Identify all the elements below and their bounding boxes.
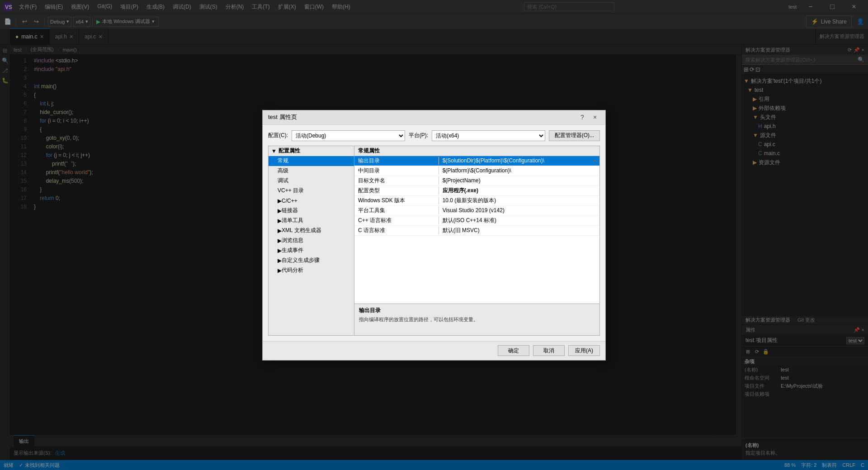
prop-row-int-dir[interactable]: 中间目录 $(Platform)\$(Configuration)\ xyxy=(354,166,599,176)
tree-item-manifest[interactable]: ▶ 清单工具 xyxy=(269,216,354,226)
dialog-left-panel: ▼ 配置属性 常规 高级 调试 VC++ 目录 ▶ C/C++ ▶ 链接器 xyxy=(269,146,354,335)
config-manager-button[interactable]: 配置管理器(O)... xyxy=(549,130,600,141)
prop-row-c-std[interactable]: C 语言标准 默认(旧 MSVC) xyxy=(354,226,599,236)
tree-item-build-events[interactable]: ▶ 生成事件 xyxy=(269,246,354,256)
dialog-body: 配置(C): 活动(Debug) 平台(P): 活动(x64) 配置管理器(O)… xyxy=(263,125,605,341)
dialog-close-button[interactable]: × xyxy=(590,112,600,122)
config-label: 配置(C): xyxy=(268,132,288,139)
properties-dialog: test 属性页 ? × 配置(C): 活动(Debug) 平台(P): 活动(… xyxy=(262,110,606,361)
prop-row-output-dir[interactable]: 输出目录 $(SolutionDir)$(Platform)\$(Configu… xyxy=(354,156,599,166)
dialog-description: 输出目录 指向编译程序的放置位置的路径，可以包括环境变量。 xyxy=(354,304,599,335)
tree-item-code-analysis[interactable]: ▶ 代码分析 xyxy=(269,266,354,275)
tree-item-xml[interactable]: ▶ XML 文档生成器 xyxy=(269,226,354,236)
chevron-right-icon-cb: ▶ xyxy=(278,257,282,264)
ok-button[interactable]: 确定 xyxy=(498,345,529,356)
chevron-right-icon-cpp: ▶ xyxy=(278,198,282,204)
dropdown-arrow-0[interactable]: ▾ xyxy=(593,158,596,164)
tree-item-vcpp[interactable]: VC++ 目录 xyxy=(269,186,354,196)
platform-select[interactable]: 活动(x64) xyxy=(432,130,545,141)
dialog-titlebar: test 属性页 ? × xyxy=(263,110,605,125)
tree-item-general[interactable]: 常规 xyxy=(269,156,354,166)
tree-item-browse[interactable]: ▶ 浏览信息 xyxy=(269,236,354,246)
dialog-props-list: 输出目录 $(SolutionDir)$(Platform)\$(Configu… xyxy=(354,156,599,304)
chevron-right-icon-xml: ▶ xyxy=(278,228,282,234)
dialog-titlebar-buttons: ? × xyxy=(577,112,600,122)
tree-root[interactable]: ▼ 配置属性 xyxy=(269,146,354,156)
tree-item-linker[interactable]: ▶ 链接器 xyxy=(269,206,354,216)
prop-row-target-name[interactable]: 目标文件名 $(ProjectName) xyxy=(354,176,599,186)
prop-row-config-type[interactable]: 配置类型 应用程序(.exe) xyxy=(354,186,599,196)
tree-item-debug[interactable]: 调试 xyxy=(269,176,354,186)
tree-item-custom-build[interactable]: ▶ 自定义生成步骤 xyxy=(269,256,354,266)
chevron-right-icon-mfst: ▶ xyxy=(278,218,282,224)
chevron-down-icon: ▼ xyxy=(271,148,277,154)
dialog-title: test 属性页 xyxy=(268,113,297,121)
chevron-right-icon-be: ▶ xyxy=(278,247,282,254)
dialog-config-row: 配置(C): 活动(Debug) 平台(P): 活动(x64) 配置管理器(O)… xyxy=(268,130,600,141)
config-select[interactable]: 活动(Debug) xyxy=(292,130,405,141)
dialog-footer: 确定 取消 应用(A) xyxy=(263,341,605,360)
chevron-right-icon-brw: ▶ xyxy=(278,237,282,244)
dialog-right-header: 常规属性 xyxy=(354,146,599,156)
dialog-help-button[interactable]: ? xyxy=(577,112,587,122)
cancel-button[interactable]: 取消 xyxy=(533,345,565,356)
dialog-content: ▼ 配置属性 常规 高级 调试 VC++ 目录 ▶ C/C++ ▶ 链接器 xyxy=(268,146,600,336)
dialog-overlay: test 属性页 ? × 配置(C): 活动(Debug) 平台(P): 活动(… xyxy=(0,0,868,470)
dialog-right-panel: 常规属性 输出目录 $(SolutionDir)$(Platform)\$(Co… xyxy=(354,146,599,335)
desc-title: 输出目录 xyxy=(359,307,595,314)
prop-row-sdk[interactable]: Windows SDK 版本 10.0 (最新安装的版本) xyxy=(354,196,599,206)
prop-row-platform-toolset[interactable]: 平台工具集 Visual Studio 2019 (v142) xyxy=(354,206,599,216)
tree-item-advanced[interactable]: 高级 xyxy=(269,166,354,176)
tree-item-cpp[interactable]: ▶ C/C++ xyxy=(269,196,354,206)
col-header-section: 常规属性 xyxy=(358,147,596,155)
desc-text: 指向编译程序的放置位置的路径，可以包括环境变量。 xyxy=(359,316,595,323)
platform-label: 平台(P): xyxy=(409,132,428,139)
apply-button[interactable]: 应用(A) xyxy=(568,345,600,356)
chevron-right-icon-lnk: ▶ xyxy=(278,208,282,214)
prop-row-cpp-std[interactable]: C++ 语言标准 默认(ISO C++14 标准) xyxy=(354,216,599,226)
dialog-tree: ▼ 配置属性 常规 高级 调试 VC++ 目录 ▶ C/C++ ▶ 链接器 xyxy=(269,146,354,275)
chevron-right-icon-ca: ▶ xyxy=(278,267,282,274)
